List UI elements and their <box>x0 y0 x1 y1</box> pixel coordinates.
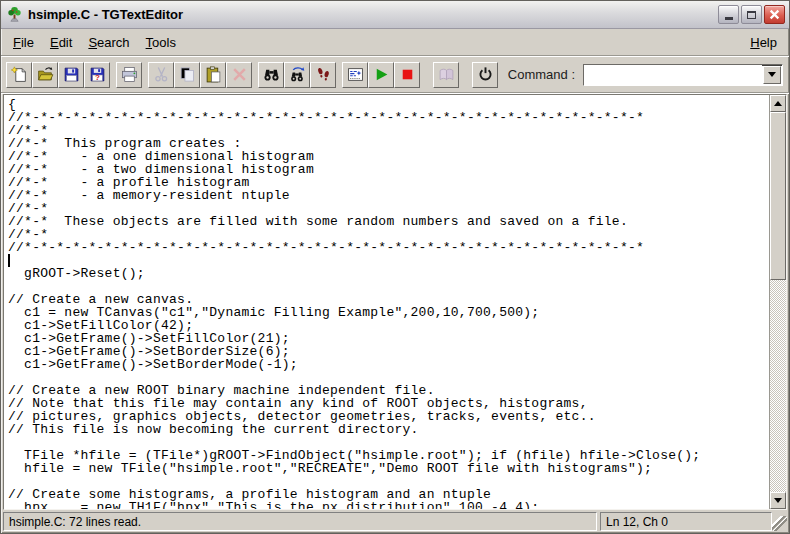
status-message: hsimple.C: 72 lines read. <box>3 512 597 531</box>
print-button[interactable] <box>116 62 142 88</box>
execute-button[interactable] <box>368 62 394 88</box>
execute-button-group <box>342 62 420 88</box>
find-button[interactable] <box>258 62 284 88</box>
menu-file[interactable]: File <box>5 32 42 53</box>
code-text: { //*-*-*-*-*-*-*-*-*-*-*-*-*-*-*-*-*-*-… <box>4 95 769 509</box>
footprints-icon <box>315 66 332 83</box>
goto-line-button[interactable] <box>310 62 336 88</box>
clipboard-button-group <box>148 62 252 88</box>
binoculars-icon <box>263 66 280 83</box>
interrupt-button[interactable] <box>394 62 420 88</box>
toolbar: ? <box>1 57 789 92</box>
minimize-button[interactable] <box>718 5 739 24</box>
root-tree-icon <box>6 6 23 23</box>
minimize-icon <box>725 17 733 20</box>
command-input[interactable] <box>584 65 762 85</box>
title-bar[interactable]: hsimple.C - TGTextEditor <box>1 1 789 29</box>
compile-button[interactable] <box>342 62 368 88</box>
scroll-down-button[interactable] <box>770 492 786 509</box>
open-folder-icon <box>37 66 54 83</box>
help-contents-button[interactable] <box>433 62 459 88</box>
quit-button[interactable] <box>472 62 498 88</box>
command-label: Command : <box>508 67 575 82</box>
play-icon <box>373 66 390 83</box>
menu-help[interactable]: Help <box>742 32 785 53</box>
menu-bar: File Edit Search Tools Help <box>1 29 789 55</box>
scissors-icon <box>153 66 170 83</box>
copy-button[interactable] <box>174 62 200 88</box>
text-caret <box>8 254 10 267</box>
tgtexteditor-window: hsimple.C - TGTextEditor File Edit Searc… <box>0 0 790 534</box>
power-icon <box>477 66 494 83</box>
file-button-group: ? <box>6 62 110 88</box>
compile-icon <box>347 66 364 83</box>
scroll-up-button[interactable] <box>770 95 786 112</box>
window-title: hsimple.C - TGTextEditor <box>28 7 716 22</box>
search-button-group <box>258 62 336 88</box>
stop-icon <box>399 66 416 83</box>
scrollbar-track[interactable] <box>770 112 786 492</box>
delete-icon <box>231 66 248 83</box>
close-button[interactable] <box>764 5 785 24</box>
text-editor[interactable]: { //*-*-*-*-*-*-*-*-*-*-*-*-*-*-*-*-*-*-… <box>4 95 769 509</box>
paste-icon <box>205 66 222 83</box>
save-as-icon: ? <box>89 66 106 83</box>
command-dropdown-button[interactable] <box>763 66 781 84</box>
maximize-icon <box>747 11 756 19</box>
command-area: Command : <box>508 64 783 86</box>
close-icon <box>769 9 780 20</box>
delete-button[interactable] <box>226 62 252 88</box>
new-file-icon <box>11 66 28 83</box>
find-again-button[interactable] <box>284 62 310 88</box>
menu-search[interactable]: Search <box>80 32 137 53</box>
find-again-icon <box>289 66 306 83</box>
quit-button-group <box>472 62 498 88</box>
print-button-group <box>116 62 142 88</box>
command-combobox[interactable] <box>583 64 783 86</box>
resize-grip[interactable] <box>772 516 787 531</box>
copy-icon <box>179 66 196 83</box>
help-button-group <box>433 62 459 88</box>
vertical-scrollbar[interactable] <box>769 95 786 509</box>
cut-button[interactable] <box>148 62 174 88</box>
maximize-button[interactable] <box>741 5 762 24</box>
arrow-down-icon <box>774 498 782 503</box>
new-file-button[interactable] <box>6 62 32 88</box>
save-as-button[interactable]: ? <box>84 62 110 88</box>
cursor-position-status: Ln 12, Ch 0 <box>600 512 772 531</box>
save-button[interactable] <box>58 62 84 88</box>
chevron-down-icon <box>768 72 776 77</box>
save-icon <box>63 66 80 83</box>
printer-icon <box>121 66 138 83</box>
paste-button[interactable] <box>200 62 226 88</box>
menu-edit[interactable]: Edit <box>42 32 80 53</box>
svg-text:?: ? <box>95 73 100 82</box>
scrollbar-thumb[interactable] <box>770 112 786 280</box>
arrow-up-icon <box>774 101 782 106</box>
open-file-button[interactable] <box>32 62 58 88</box>
status-bar: hsimple.C: 72 lines read. Ln 12, Ch 0 <box>1 510 789 533</box>
help-book-icon <box>438 66 455 83</box>
menu-tools[interactable]: Tools <box>138 32 184 53</box>
editor-frame: { //*-*-*-*-*-*-*-*-*-*-*-*-*-*-*-*-*-*-… <box>3 94 787 510</box>
